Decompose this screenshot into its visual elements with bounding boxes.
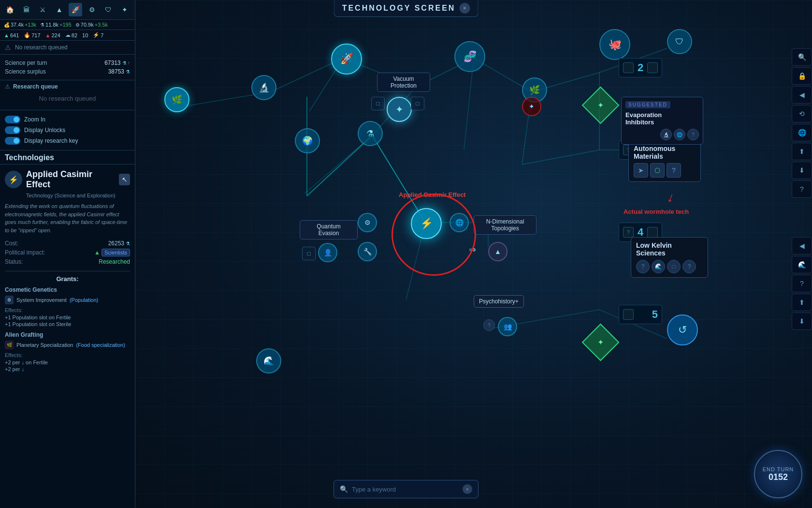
lk-icon-3[interactable]: □	[667, 260, 681, 273]
vac-icon-2[interactable]: □	[411, 97, 424, 110]
no-research-top-label: No research queued	[15, 44, 68, 51]
tech-detail-panel[interactable]: ⚡ Applied Casimir Effect ↖ Technology (S…	[0, 164, 135, 508]
grant2-link[interactable]: (Food specialization)	[76, 342, 125, 348]
grant1-text: System Improvement	[16, 297, 67, 303]
science-icon: ⚗	[40, 22, 44, 28]
grant2-icon: 🌿	[5, 341, 14, 349]
psycho-node[interactable]: 👥	[498, 317, 517, 336]
lk-icon-1[interactable]: ?	[636, 260, 650, 273]
stat6-icon: ⚡	[93, 32, 100, 38]
cursor-icon[interactable]: ↖	[119, 174, 130, 185]
tech-node-br1[interactable]: ↺	[667, 314, 698, 345]
low-kelvin-card[interactable]: Low Kelvin Sciences ? 🌊 □ ?	[631, 237, 708, 278]
tech-name: Applied Casimir Effect	[26, 169, 115, 190]
nav-rocket[interactable]: 🚀	[69, 3, 82, 16]
status-row: Status: Researched	[5, 257, 130, 266]
toggle-section: Zoom In Display Unlocks Display research…	[0, 110, 135, 150]
question-btn[interactable]: ?	[792, 180, 812, 198]
nav-home[interactable]: 🏠	[3, 3, 17, 16]
tech-category: Technology (Science and Exploration)	[5, 193, 130, 198]
search-close-button[interactable]: ×	[463, 484, 472, 494]
stat2-icon: 🔥	[24, 32, 30, 38]
arrow-left-btn[interactable]: ◀	[792, 86, 812, 104]
vac-center-node[interactable]: ✦	[387, 97, 412, 122]
diamond-node-2[interactable]: ✦	[582, 324, 620, 361]
autonomous-materials-card[interactable]: Autonomous Materials ➤ ⬡ ?	[628, 140, 701, 182]
auto-mat-icon-3[interactable]: ?	[667, 163, 681, 178]
zoom-in-switch[interactable]	[5, 116, 20, 123]
tech-node-far-r2[interactable]: 🛡	[667, 29, 692, 54]
credits-display: 💰 37.4k +13k	[4, 22, 36, 28]
tech-node-star[interactable]: ✦	[522, 97, 541, 116]
tech-node-1[interactable]: 🌿	[164, 87, 189, 112]
display-research-key-toggle[interactable]: Display research key	[5, 135, 130, 146]
suggested-icon-1[interactable]: 🔬	[660, 129, 672, 140]
auto-mat-icon-1[interactable]: ➤	[634, 163, 648, 178]
suggested-icon-2[interactable]: 🌐	[674, 129, 685, 140]
q-icon-1[interactable]: □	[302, 247, 316, 260]
svg-line-16	[522, 150, 599, 164]
tech-mid-1[interactable]: 🌍	[295, 128, 320, 153]
tech-node-bio[interactable]: 🧬	[454, 41, 485, 72]
grants-title: Grants:	[5, 271, 130, 283]
nav-star[interactable]: ✦	[118, 3, 131, 16]
stat-3: ▲ 224	[45, 32, 60, 38]
tech-node-r1[interactable]: 🌐	[450, 213, 469, 232]
down-arr-btn[interactable]: ⬇	[792, 162, 812, 179]
tech-tree-area[interactable]: Vacuum Protection 🌿 🔬 🚀 □ ✦ □ 🧬 🌿 ✦ 🐙 🛡 …	[135, 0, 812, 508]
grant1-link[interactable]: (Population)	[70, 297, 98, 303]
tech-node-casimir[interactable]: ⚡	[411, 208, 442, 239]
search-icon: 🔍	[340, 485, 348, 493]
vac-icon-1[interactable]: □	[371, 97, 385, 110]
search-input[interactable]	[352, 486, 459, 493]
political-row: Political impact: ▲ Scientists	[5, 248, 130, 257]
suggested-icon-3[interactable]: ?	[687, 129, 699, 140]
tech-node-l2[interactable]: 🔧	[358, 242, 377, 261]
tech-mid-2[interactable]: ⚗	[358, 121, 383, 146]
lk-right-2[interactable]: 🌊	[792, 256, 812, 273]
swap-icon-btn[interactable]: ⟲	[792, 105, 812, 122]
display-unlocks-switch[interactable]	[5, 126, 20, 134]
display-research-key-switch[interactable]	[5, 137, 20, 145]
psychohistory-box[interactable]: Psychohistory+	[474, 295, 524, 308]
lk-right-4[interactable]: ⬆	[792, 294, 812, 311]
lk-right-3[interactable]: ?	[792, 275, 812, 292]
sci-per-turn-label: Science per turn	[5, 60, 47, 66]
zoom-icon-btn[interactable]: 🔍	[792, 48, 812, 66]
nav-gear[interactable]: ⚙	[85, 3, 99, 16]
status-value: Researched	[99, 258, 130, 265]
ndim-icon[interactable]: ▲	[488, 242, 508, 261]
grant2-effects-label: Effects:	[5, 352, 130, 358]
tech-node-l1[interactable]: ⚙	[358, 213, 377, 232]
top-nav-bar: 🏠 🏛 ⚔ ▲ 🚀 ⚙ 🛡 ✦	[0, 0, 135, 20]
q-node[interactable]: 👤	[318, 243, 337, 262]
close-button[interactable]: ×	[459, 3, 470, 14]
auto-mat-icon-2[interactable]: ⬡	[650, 163, 665, 178]
tier-box-left	[623, 62, 634, 73]
tech-node-far-r1[interactable]: 🐙	[599, 29, 630, 60]
nav-triangle[interactable]: ▲	[53, 3, 66, 16]
lk-icon-4[interactable]: ?	[682, 260, 696, 273]
nav-sword[interactable]: ⚔	[36, 3, 50, 16]
lk-right-1[interactable]: ◀	[792, 237, 812, 254]
political-label: Political impact:	[5, 249, 45, 256]
lk-right-5[interactable]: ⬇	[792, 313, 812, 330]
end-turn-button[interactable]: END TURN 0152	[754, 450, 802, 498]
lock-icon-btn[interactable]: 🔒	[792, 67, 812, 85]
up-arr-btn[interactable]: ⬆	[792, 143, 812, 160]
grant1-icon: ⚙	[5, 296, 14, 304]
diamond-node-1[interactable]: ✦	[582, 87, 620, 124]
tech-node-vacuum[interactable]: 🚀	[331, 44, 362, 75]
globe-icon-btn[interactable]: 🌐	[792, 124, 812, 141]
tech-title-row: ⚡ Applied Casimir Effect ↖	[5, 169, 130, 190]
tech-node-bottom-1[interactable]: 🌊	[256, 348, 281, 374]
grant1-effect2: +1 Population slot on Sterile	[5, 321, 130, 328]
stat-1: ▲ 641	[4, 32, 19, 38]
nav-city[interactable]: 🏛	[20, 3, 33, 16]
nav-shield[interactable]: 🛡	[102, 3, 115, 16]
display-unlocks-toggle[interactable]: Display Unlocks	[5, 125, 130, 135]
zoom-in-toggle[interactable]: Zoom In	[5, 114, 130, 125]
psycho-question[interactable]: ?	[483, 319, 495, 331]
lk-icon-2[interactable]: 🌊	[652, 260, 665, 273]
tech-node-2[interactable]: 🔬	[251, 75, 276, 100]
